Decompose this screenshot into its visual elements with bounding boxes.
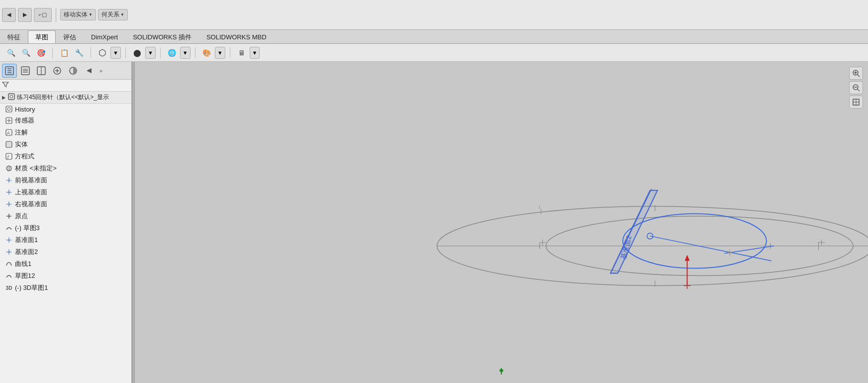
history-icon (5, 105, 13, 113)
sketch12-icon (5, 272, 13, 280)
filter-input[interactable] (11, 82, 129, 89)
palette-dropdown[interactable]: ▼ (215, 47, 225, 59)
cube-dropdown[interactable]: ▼ (110, 47, 121, 59)
globe-icon[interactable]: 🌐 (165, 46, 179, 59)
cube-icon[interactable]: ⬡ (96, 46, 109, 59)
corner-btn[interactable]: ⌐▢ (34, 8, 52, 22)
zoom-in-btn[interactable] (849, 67, 863, 80)
svg-rect-17 (6, 106, 12, 112)
tree-item-solid[interactable]: 实体 (0, 138, 131, 150)
tab-sketch[interactable]: 草图 (28, 30, 56, 43)
tree-item-plane2[interactable]: 基准面2 (0, 246, 131, 258)
search-icon-2[interactable]: 🔍 (19, 46, 33, 59)
list-icon[interactable]: 📋 (57, 46, 71, 59)
sidebar-tab-tree[interactable] (2, 64, 17, 78)
sidebar-tab-half[interactable] (66, 64, 81, 78)
filter-bar (0, 80, 131, 92)
tab-solidworks-plugin[interactable]: SOLIDWORKS 插件 (125, 30, 199, 43)
search-icons-group: 🔍 🔍 🎯 (4, 46, 48, 59)
separator-4 (160, 47, 161, 58)
right-plane-label: 右视基准面 (15, 200, 47, 209)
sphere-icon[interactable]: ⬤ (130, 46, 144, 59)
search-icon-1[interactable]: 🔍 (4, 46, 18, 59)
sidebar-tab-arrow[interactable] (82, 64, 96, 78)
palette-icon[interactable]: 🎨 (200, 46, 214, 59)
plane1-icon (5, 236, 13, 244)
tab-features[interactable]: 特征 (0, 30, 28, 43)
tree-item-3dsketch1[interactable]: 3D (-) 3D草图1 (0, 282, 131, 294)
separator-3 (125, 47, 126, 58)
tree-item-sketch3[interactable]: (-) 草图3 (0, 222, 131, 234)
svg-point-27 (6, 166, 11, 171)
svg-point-28 (8, 166, 10, 171)
tree-item-top-plane[interactable]: 上视基准面 (0, 186, 131, 198)
material-icons-group: ⬤ ▼ (130, 46, 156, 59)
equation-label: 方程式 (15, 152, 34, 161)
separator-1 (52, 47, 53, 58)
curve1-label: 曲线1 (15, 259, 31, 268)
sphere-dropdown[interactable]: ▼ (145, 47, 156, 59)
move-entity-dropdown[interactable]: 移动实体 ▼ (60, 9, 96, 20)
tree-item-right-plane[interactable]: 右视基准面 (0, 198, 131, 210)
tools-icon[interactable]: 🔧 (72, 46, 86, 59)
sketch3-label: (-) 草图3 (15, 224, 40, 233)
sidebar-tab-list[interactable] (18, 64, 33, 78)
tree-item-front-plane[interactable]: 前视基准面 (0, 174, 131, 186)
3dsketch1-label: (-) 3D草图1 (15, 283, 48, 292)
display-icon[interactable]: 🖥 (235, 46, 249, 59)
zoom-out-btn[interactable] (849, 81, 863, 94)
origin-icon (5, 212, 13, 220)
model-title-item[interactable]: ▶ 练习45回形针（默认<<默认>_显示 (0, 92, 131, 104)
svg-text:ƒ: ƒ (7, 154, 9, 159)
material-icon (5, 164, 13, 172)
globe-dropdown[interactable]: ▼ (180, 47, 191, 59)
tree-item-origin[interactable]: 原点 (0, 210, 131, 222)
zoom-fit-btn[interactable] (849, 96, 863, 109)
annotation-label: 注解 (15, 128, 28, 137)
globe-group: 🌐 ▼ (165, 46, 191, 59)
tab-dimxpert[interactable]: DimXpert (84, 30, 125, 43)
sidebar-tab-more[interactable]: » (97, 67, 104, 75)
relation-dropdown[interactable]: 何关系 ▼ (98, 9, 128, 20)
sensor-icon (5, 117, 13, 125)
tree-item-sketch12[interactable]: 草图12 (0, 270, 131, 282)
tree-item-history[interactable]: History (0, 104, 131, 115)
main-layout: » ▶ 练习45回形针（默认<<默认>_显示 History (0, 62, 868, 383)
tab-solidworks-mbd[interactable]: SOLIDWORKS MBD (199, 30, 274, 43)
viewport[interactable]: 基准面2 (135, 62, 868, 383)
history-label: History (15, 106, 35, 113)
display-dropdown[interactable]: ▼ (250, 47, 260, 59)
display-group: 🖥 ▼ (235, 46, 260, 59)
tree-item-curve1[interactable]: 曲线1 (0, 258, 131, 270)
solid-label: 实体 (15, 140, 28, 149)
nav-back-button[interactable]: ◀ (2, 8, 16, 22)
svg-line-76 (858, 89, 860, 91)
separator-6 (230, 47, 230, 58)
snap-icon[interactable]: 🎯 (34, 46, 48, 59)
tree-item-plane1[interactable]: 基准面1 (0, 234, 131, 246)
3dsketch1-icon: 3D (5, 284, 13, 292)
tab-evaluate[interactable]: 评估 (56, 30, 84, 43)
tree-item-annotation[interactable]: A 注解 (0, 127, 131, 138)
equation-icon: ƒ (5, 152, 13, 160)
svg-marker-14 (87, 68, 92, 73)
tree-item-equation[interactable]: ƒ 方程式 (0, 150, 131, 162)
filter-icon (2, 81, 9, 90)
viewport-right-toolbar (849, 67, 863, 109)
plane1-label: 基准面1 (15, 236, 38, 245)
svg-rect-41 (135, 62, 868, 382)
sidebar-icon-tabs: » (0, 62, 131, 80)
plane2-icon (5, 248, 13, 256)
sidebar-tab-add[interactable] (50, 64, 65, 78)
nav-forward-button[interactable]: ▶ (18, 8, 32, 22)
tree-item-sensor[interactable]: 传感器 (0, 115, 131, 127)
menu-tabs: 特征 草图 评估 DimXpert SOLIDWORKS 插件 SOLIDWOR… (0, 30, 868, 44)
sidebar-tab-split[interactable] (34, 64, 49, 78)
tree-item-material[interactable]: 材质 <未指定> (0, 162, 131, 174)
list-icons-group: 📋 🔧 (57, 46, 86, 59)
separator-5 (195, 47, 195, 58)
model-title-label: 练习45回形针（默认<<默认>_显示 (17, 93, 109, 102)
y-axis-label: Y (496, 368, 506, 381)
material-label: 材质 <未指定> (15, 164, 57, 173)
svg-text:A: A (7, 130, 10, 135)
